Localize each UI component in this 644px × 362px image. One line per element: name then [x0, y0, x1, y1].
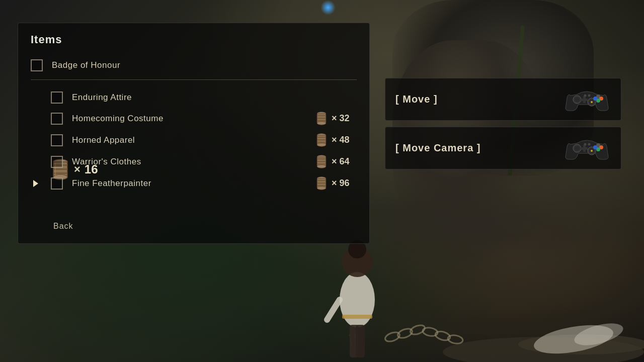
list-item[interactable]: Fine Featherpainter × 96: [51, 172, 357, 194]
svg-rect-48: [317, 180, 326, 181]
svg-rect-17: [342, 315, 372, 319]
list-item[interactable]: Enduring Attire: [51, 87, 357, 108]
list-item[interactable]: Warrior's Clothes × 64: [51, 151, 357, 172]
svg-point-29: [317, 122, 326, 125]
item-checkbox-horned-apparel[interactable]: [51, 134, 63, 146]
item-cost-text-fine-featherpainter: × 96: [332, 178, 357, 189]
svg-point-74: [591, 150, 593, 152]
svg-rect-44: [317, 163, 326, 164]
item-checkbox-enduring-attire[interactable]: [51, 92, 63, 104]
item-name-homecoming-costume: Homecoming Costume: [72, 114, 305, 124]
item-checkbox-badge-of-honour[interactable]: [31, 59, 43, 71]
divider: [31, 79, 357, 80]
item-cost-text-warriors-clothes: × 64: [332, 156, 357, 167]
controller-icon-move: [563, 85, 611, 113]
item-cost-homecoming-costume: × 32: [315, 112, 357, 125]
svg-rect-36: [317, 137, 326, 138]
svg-rect-32: [317, 120, 326, 121]
svg-point-63: [588, 95, 591, 97]
svg-rect-50: [317, 185, 326, 186]
item-cost-warriors-clothes: × 64: [315, 155, 357, 168]
item-name-enduring-attire: Enduring Attire: [72, 93, 357, 103]
svg-rect-31: [317, 118, 326, 119]
svg-rect-43: [317, 161, 326, 162]
svg-point-52: [575, 97, 580, 102]
item-cost-fine-featherpainter: × 96: [315, 176, 357, 190]
svg-rect-42: [317, 158, 326, 159]
barrel-icon-small: [315, 155, 328, 168]
controls-panel: [ Move ] [ Move Camera ]: [385, 78, 621, 169]
back-button[interactable]: Back: [53, 222, 73, 231]
control-label-move-camera: [ Move Camera ]: [395, 142, 481, 154]
item-cost-text-horned-apparel: × 48: [332, 135, 357, 145]
svg-point-73: [593, 145, 597, 149]
svg-rect-69: [581, 147, 588, 150]
item-cost-text-homecoming-costume: × 32: [332, 113, 357, 124]
svg-rect-30: [317, 115, 326, 116]
items-list: Enduring Attire Homecoming Costume × 32: [51, 87, 357, 194]
list-item[interactable]: Badge of Honour: [31, 55, 357, 75]
svg-point-65: [575, 146, 580, 151]
svg-point-76: [588, 143, 591, 146]
item-name-badge-of-honour: Badge of Honour: [52, 60, 357, 70]
svg-rect-49: [317, 183, 326, 184]
svg-rect-37: [317, 139, 326, 140]
item-cost-horned-apparel: × 48: [315, 133, 357, 147]
svg-rect-38: [317, 142, 326, 143]
svg-point-60: [593, 97, 597, 101]
item-checkbox-warriors-clothes[interactable]: [51, 156, 63, 168]
bright-spot: [320, 0, 336, 15]
controller-icon-move-camera: [563, 134, 611, 162]
control-box-move: [ Move ]: [385, 78, 621, 121]
svg-point-75: [584, 143, 587, 146]
item-checkbox-fine-featherpainter[interactable]: [51, 177, 63, 190]
item-checkbox-homecoming-costume[interactable]: [51, 113, 63, 125]
svg-point-13: [340, 272, 375, 327]
item-name-horned-apparel: Horned Apparel: [72, 135, 305, 145]
list-item[interactable]: Horned Apparel × 48: [51, 129, 357, 151]
items-panel: Items Badge of Honour × 16 Enduring Atti…: [18, 23, 370, 244]
svg-line-16: [327, 300, 340, 320]
item-name-fine-featherpainter: Fine Featherpainter: [72, 178, 305, 189]
control-label-move: [ Move ]: [395, 94, 438, 105]
barrel-icon-small: [315, 176, 328, 190]
svg-point-41: [317, 165, 326, 168]
list-item[interactable]: Homecoming Costume × 32: [51, 108, 357, 129]
panel-title: Items: [31, 33, 357, 46]
svg-rect-19: [356, 325, 365, 357]
item-name-warriors-clothes: Warrior's Clothes: [72, 157, 305, 167]
barrel-icon-small: [315, 133, 328, 147]
control-box-move-camera: [ Move Camera ]: [385, 127, 621, 169]
svg-point-47: [317, 187, 326, 190]
barrel-icon-small: [315, 112, 328, 125]
svg-rect-56: [581, 99, 588, 101]
svg-point-62: [584, 95, 587, 97]
svg-point-61: [591, 101, 593, 103]
svg-point-35: [317, 143, 326, 146]
